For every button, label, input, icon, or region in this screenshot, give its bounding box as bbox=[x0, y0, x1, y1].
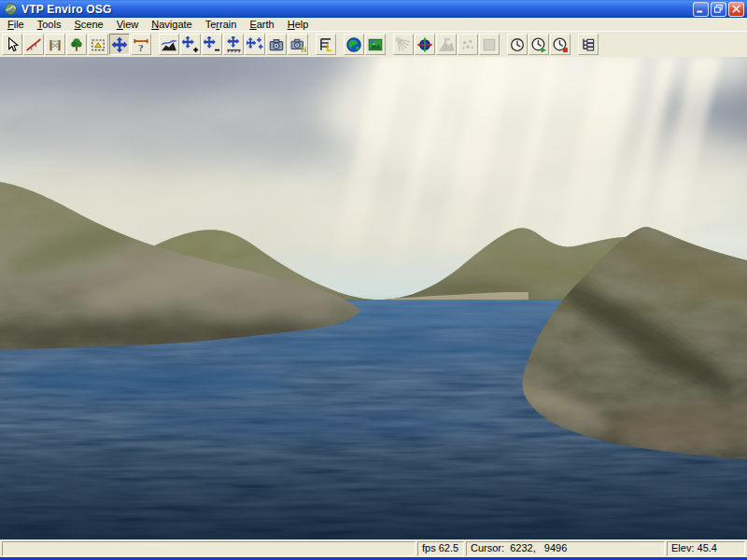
plants-button[interactable] bbox=[66, 34, 87, 55]
toolbar-separator bbox=[337, 34, 344, 55]
scene-graph-icon bbox=[580, 36, 597, 53]
toolbar-separator bbox=[500, 34, 507, 55]
mountain-flag-icon bbox=[438, 36, 455, 53]
menu-terrain[interactable]: Terrain bbox=[199, 18, 244, 31]
minimize-button[interactable] bbox=[693, 2, 709, 17]
time-faster-button[interactable] bbox=[529, 34, 549, 55]
time-of-day-button[interactable] bbox=[507, 34, 528, 55]
fences-button[interactable] bbox=[45, 34, 65, 55]
status-pane-cursor: Cursor: 6232, 9496 bbox=[466, 541, 665, 556]
title-bar: VTP Enviro OSG bbox=[0, 0, 747, 18]
arrows-ground-icon bbox=[225, 36, 242, 53]
restore-icon bbox=[712, 3, 725, 15]
instances-button[interactable] bbox=[88, 34, 108, 55]
red-route-icon bbox=[25, 36, 42, 53]
window-controls bbox=[691, 2, 744, 17]
elevation-profile-button[interactable] bbox=[159, 34, 179, 55]
camera-n-icon: N bbox=[289, 36, 306, 53]
arrows-double-plus-icon bbox=[247, 36, 263, 53]
layers-l-icon: L bbox=[317, 36, 334, 53]
status-pane-elev: Elev: 45.4 bbox=[667, 541, 745, 556]
menu-navigate[interactable]: Navigate bbox=[145, 18, 198, 31]
tree-icon bbox=[68, 36, 85, 53]
square-icon bbox=[481, 36, 498, 53]
minimize-icon bbox=[695, 3, 707, 15]
clock-play-icon bbox=[530, 36, 547, 53]
clock-stop-icon bbox=[552, 36, 569, 53]
cursor-arrow-icon bbox=[4, 36, 21, 53]
toolbar-separator bbox=[309, 34, 316, 55]
arrows-minus-icon bbox=[204, 36, 220, 53]
status-bar: fps 62.5Cursor: 6232, 9496Elev: 45.4 bbox=[0, 539, 747, 557]
earth-axes-button[interactable] bbox=[415, 34, 435, 55]
close-icon bbox=[730, 3, 742, 15]
fly-slower-button[interactable] bbox=[202, 34, 222, 55]
svg-text:?: ? bbox=[138, 42, 143, 53]
dots-icon bbox=[459, 36, 476, 53]
toolbar-separator bbox=[571, 34, 578, 55]
navigate-move-button[interactable] bbox=[109, 34, 130, 55]
sun-light-button[interactable] bbox=[393, 34, 414, 55]
selection-box-icon bbox=[90, 36, 106, 53]
globe-axes-icon bbox=[416, 36, 433, 53]
select-button[interactable] bbox=[2, 34, 22, 55]
velocity-button[interactable] bbox=[245, 34, 265, 55]
menu-bar: FileToolsSceneViewNavigateTerrainEarthHe… bbox=[0, 18, 747, 31]
viewport-3d[interactable] bbox=[0, 57, 747, 539]
lod-info-button[interactable]: L bbox=[316, 34, 336, 55]
terrain-scene bbox=[0, 57, 747, 539]
maintain-height-button[interactable] bbox=[223, 34, 244, 55]
globe-icon bbox=[345, 36, 362, 53]
scene-graph-button[interactable] bbox=[578, 34, 599, 55]
ruler-query-icon: ? bbox=[133, 36, 149, 53]
menu-scene[interactable]: Scene bbox=[67, 18, 109, 31]
scatter-points-button[interactable] bbox=[458, 34, 478, 55]
sun-rays-icon bbox=[395, 36, 412, 53]
status-pane-fps: fps 62.5 bbox=[417, 541, 464, 556]
snapshot-button[interactable] bbox=[266, 34, 287, 55]
terrain-flag-button[interactable] bbox=[436, 34, 457, 55]
placeholder-button[interactable] bbox=[479, 34, 500, 55]
svg-text:L: L bbox=[327, 43, 332, 53]
terrain-view-button[interactable] bbox=[365, 34, 386, 55]
fence-icon bbox=[47, 36, 63, 53]
measure-distance-button[interactable]: ? bbox=[131, 34, 151, 55]
status-pane-main bbox=[2, 541, 416, 556]
snapshot-numbered-button[interactable]: N bbox=[288, 34, 308, 55]
toolbar: ?NL bbox=[0, 31, 747, 57]
terrain-map-icon bbox=[367, 36, 384, 53]
restore-button[interactable] bbox=[711, 2, 726, 17]
arrows-plus-icon bbox=[182, 36, 199, 53]
app-window: VTP Enviro OSG FileToolsSceneViewNavigat… bbox=[0, 0, 747, 560]
clock-icon bbox=[509, 36, 526, 53]
close-button[interactable] bbox=[728, 2, 744, 17]
svg-text:N: N bbox=[301, 45, 306, 53]
earth-view-button[interactable] bbox=[344, 34, 364, 55]
menu-tools[interactable]: Tools bbox=[31, 18, 68, 31]
menu-earth[interactable]: Earth bbox=[243, 18, 280, 31]
menu-help[interactable]: Help bbox=[281, 18, 316, 31]
app-globe-icon bbox=[4, 2, 18, 16]
menu-view[interactable]: View bbox=[110, 18, 146, 31]
fly-faster-button[interactable] bbox=[180, 34, 201, 55]
toolbar-separator bbox=[387, 34, 393, 55]
move-arrows-icon bbox=[111, 36, 128, 53]
time-stop-button[interactable] bbox=[550, 34, 571, 55]
routes-button[interactable] bbox=[23, 34, 44, 55]
window-title: VTP Enviro OSG bbox=[21, 3, 691, 16]
terrain-profile-icon bbox=[161, 36, 177, 53]
toolbar-separator bbox=[152, 34, 159, 55]
camera-icon bbox=[268, 36, 285, 53]
menu-file[interactable]: File bbox=[1, 18, 31, 31]
